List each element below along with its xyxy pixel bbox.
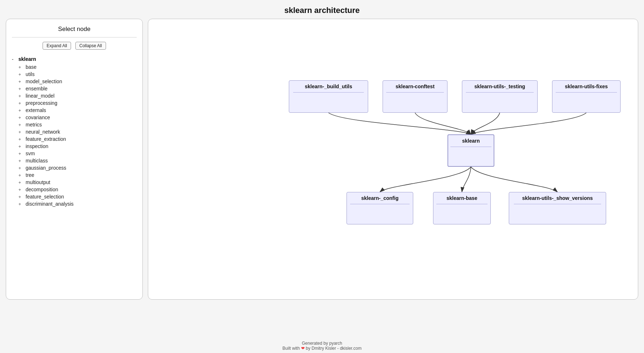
footer-generated: Generated by pyarch — [0, 341, 644, 346]
tree-child-toggle: + — [18, 79, 23, 84]
tree-child-label: covariance — [26, 115, 50, 120]
tree-child-label: multioutput — [26, 179, 50, 185]
tree-child-label: base — [26, 64, 36, 70]
tree-child-toggle: + — [18, 194, 23, 200]
graph-node-config[interactable]: sklearn-_config — [347, 192, 413, 224]
graph-node-body-show_versions — [509, 206, 606, 216]
tree-child-toggle: + — [18, 64, 23, 70]
tree-child-label: svm — [26, 151, 35, 156]
graph-node-body-base — [433, 206, 490, 216]
graph-area: sklearn-_build_utils sklearn-conftest sk… — [148, 19, 638, 300]
tree-child-toggle: + — [18, 158, 23, 164]
graph-node-body-sklearn — [448, 148, 494, 158]
tree-child-toggle: + — [18, 93, 23, 99]
tree-child-label: externals — [26, 107, 46, 113]
graph-node-title-config: sklearn-_config — [357, 192, 403, 203]
tree: - sklearn +base+utils+model_selection+en… — [12, 56, 137, 207]
tree-child-item[interactable]: +externals — [18, 107, 137, 114]
graph-node-title-show_versions: sklearn-utils-_show_versions — [518, 192, 597, 203]
graph-node-title-utils_testing: sklearn-utils-_testing — [470, 81, 530, 91]
tree-child-toggle: + — [18, 108, 23, 113]
tree-child-label: discriminant_analysis — [26, 201, 74, 207]
tree-root-item[interactable]: - sklearn — [12, 56, 137, 62]
tree-child-toggle: + — [18, 201, 23, 207]
sidebar: Select node Expand All Collapse All - sk… — [6, 19, 143, 300]
tree-child-toggle: + — [18, 72, 23, 77]
tree-child-toggle: + — [18, 122, 23, 128]
tree-child-label: ensemble — [26, 86, 48, 91]
graph-node-utils_fixes[interactable]: sklearn-utils-fixes — [552, 80, 621, 113]
tree-child-item[interactable]: +inspection — [18, 143, 137, 150]
tree-child-item[interactable]: +tree — [18, 171, 137, 179]
expand-all-button[interactable]: Expand All — [43, 42, 71, 50]
tree-child-label: preprocessing — [26, 100, 57, 106]
sidebar-divider — [12, 37, 137, 37]
tree-children: +base+utils+model_selection+ensemble+lin… — [12, 63, 137, 207]
graph-node-divider-utils_fixes — [556, 92, 617, 93]
tree-child-item[interactable]: +neural_network — [18, 128, 137, 135]
graph-node-build_utils[interactable]: sklearn-_build_utils — [289, 80, 368, 113]
graph-node-title-conftest: sklearn-conftest — [391, 81, 439, 91]
tree-child-item[interactable]: +svm — [18, 150, 137, 157]
tree-child-label: inspection — [26, 143, 48, 149]
tree-child-item[interactable]: +model_selection — [18, 78, 137, 85]
graph-node-title-utils_fixes: sklearn-utils-fixes — [560, 81, 612, 91]
footer-built: Built with ❤ by Dmitry Kisler - dkisler.… — [0, 346, 644, 351]
graph-svg — [148, 19, 638, 299]
tree-child-toggle: + — [18, 86, 23, 91]
tree-child-label: tree — [26, 172, 34, 178]
tree-child-label: decomposition — [26, 187, 58, 192]
tree-child-toggle: + — [18, 129, 23, 135]
graph-node-show_versions[interactable]: sklearn-utils-_show_versions — [509, 192, 606, 224]
graph-node-divider-build_utils — [293, 92, 364, 93]
tree-child-item[interactable]: +base — [18, 63, 137, 71]
graph-node-utils_testing[interactable]: sklearn-utils-_testing — [462, 80, 538, 113]
tree-root-toggle: - — [12, 57, 17, 62]
tree-child-toggle: + — [18, 137, 23, 142]
graph-node-divider-conftest — [386, 92, 444, 93]
graph-node-body-config — [347, 206, 413, 216]
graph-node-title-sklearn: sklearn — [458, 135, 484, 146]
collapse-all-button[interactable]: Collapse All — [75, 42, 106, 50]
tree-child-label: utils — [26, 71, 35, 77]
graph-node-sklearn[interactable]: sklearn — [447, 134, 494, 167]
tree-child-item[interactable]: +feature_extraction — [18, 135, 137, 143]
tree-child-item[interactable]: +gaussian_process — [18, 164, 137, 171]
graph-node-body-build_utils — [289, 94, 368, 104]
tree-child-toggle: + — [18, 115, 23, 120]
sidebar-buttons: Expand All Collapse All — [43, 42, 106, 50]
graph-node-body-utils_testing — [462, 94, 537, 104]
graph-node-title-base: sklearn-base — [442, 192, 482, 203]
tree-child-label: feature_extraction — [26, 136, 66, 142]
graph-node-divider-utils_testing — [466, 92, 533, 93]
graph-node-body-utils_fixes — [552, 94, 620, 104]
page-title: sklearn architecture — [0, 0, 644, 19]
tree-child-toggle: + — [18, 187, 23, 192]
tree-child-toggle: + — [18, 151, 23, 156]
tree-child-item[interactable]: +discriminant_analysis — [18, 200, 137, 207]
graph-node-base[interactable]: sklearn-base — [433, 192, 491, 224]
tree-child-item[interactable]: +covariance — [18, 114, 137, 121]
tree-child-toggle: + — [18, 180, 23, 185]
tree-child-item[interactable]: +utils — [18, 71, 137, 78]
graph-node-conftest[interactable]: sklearn-conftest — [383, 80, 447, 113]
tree-child-label: feature_selection — [26, 194, 64, 200]
graph-node-body-conftest — [383, 94, 447, 104]
tree-child-item[interactable]: +feature_selection — [18, 193, 137, 200]
tree-child-item[interactable]: +multiclass — [18, 157, 137, 164]
tree-child-item[interactable]: +linear_model — [18, 92, 137, 99]
tree-child-item[interactable]: +preprocessing — [18, 99, 137, 107]
tree-child-item[interactable]: +decomposition — [18, 186, 137, 193]
graph-node-title-build_utils: sklearn-_build_utils — [300, 81, 356, 91]
tree-child-toggle: + — [18, 100, 23, 106]
tree-child-item[interactable]: +multioutput — [18, 179, 137, 186]
tree-child-toggle: + — [18, 165, 23, 171]
footer-heart: ❤ — [301, 346, 305, 351]
tree-child-item[interactable]: +metrics — [18, 121, 137, 128]
graph-node-divider-show_versions — [514, 204, 601, 204]
graph-node-divider-base — [436, 204, 488, 204]
tree-child-item[interactable]: +ensemble — [18, 85, 137, 92]
sidebar-heading: Select node — [58, 26, 91, 33]
tree-child-toggle: + — [18, 173, 23, 178]
tree-root-label: sklearn — [18, 56, 36, 62]
